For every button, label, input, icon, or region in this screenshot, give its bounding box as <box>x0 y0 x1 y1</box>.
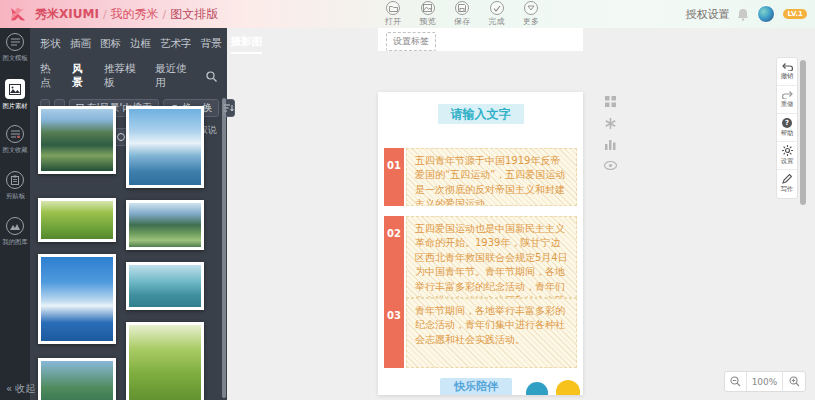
rail-item-image-assets[interactable]: 图片素材 <box>0 74 30 120</box>
photo-thumbnail[interactable] <box>38 254 116 344</box>
finish-button[interactable]: 完成 <box>482 1 512 27</box>
tab-backgrounds[interactable]: 背景 <box>201 37 222 54</box>
check-icon <box>490 1 504 15</box>
image-icon <box>5 79 25 99</box>
zoom-in-button[interactable] <box>783 372 805 391</box>
search-icon[interactable] <box>206 71 217 82</box>
brand-title: 秀米XIUMI <box>35 6 99 23</box>
tab-wordart[interactable]: 艺术字 <box>160 37 192 54</box>
mountain-icon <box>6 217 24 235</box>
zoom-out-button[interactable] <box>725 372 747 391</box>
photo-thumbnail[interactable] <box>126 262 204 310</box>
photo-thumbnail[interactable] <box>126 322 204 400</box>
numbered-paragraph-2[interactable]: 02 五四爱国运动也是中国新民主主义革命的开始。1939年，陕甘宁边区西北青年救… <box>384 216 577 298</box>
preview-icon <box>421 1 435 15</box>
number-badge: 01 <box>384 148 404 206</box>
xiumi-editor-window: 秀米XIUMI / 我的秀米 / 图文排版 打开 预览 保存 <box>0 0 815 400</box>
breadcrumb-separator: / <box>103 8 107 21</box>
tab-illustrations[interactable]: 插画 <box>70 37 91 54</box>
subtab-recent[interactable]: 最近使用 <box>155 62 193 90</box>
numbered-paragraph-1[interactable]: 01 五四青年节源于中国1919年反帝爱国的“五四运动”，五四爱国运动是一次彻底… <box>384 148 577 206</box>
paragraph-text: 五四爱国运动也是中国新民主主义革命的开始。1939年，陕甘宁边区西北青年救国联合… <box>406 216 577 298</box>
clipboard-icon <box>6 171 24 189</box>
settings-button[interactable]: 设置 <box>777 142 797 170</box>
rail-item-favorites[interactable]: 图文收藏 <box>0 120 30 166</box>
style-asterisk-button[interactable] <box>605 118 616 129</box>
auth-settings-link[interactable]: 授权设置 <box>685 7 729 22</box>
photo-thumbnail[interactable] <box>38 106 116 174</box>
subtab-recommended[interactable]: 推荐模板 <box>104 62 142 90</box>
photo-thumbnail[interactable] <box>126 200 204 250</box>
yellow-circle-decoration[interactable] <box>556 380 580 395</box>
zoom-controls: 100% <box>724 371 806 392</box>
more-button[interactable]: 更多 <box>516 1 546 27</box>
save-button[interactable]: 保存 <box>447 1 477 27</box>
layout-grid-button[interactable] <box>605 96 616 107</box>
xiumi-logo-icon[interactable] <box>8 4 28 24</box>
toolbar-actions: 打开 预览 保存 完成 更多 <box>378 1 546 27</box>
checkbox-circle-icon <box>117 133 125 141</box>
blue-circle-decoration[interactable] <box>526 382 548 395</box>
breadcrumb-my-xiumi[interactable]: 我的秀米 <box>111 6 159 23</box>
data-chart-button[interactable] <box>605 140 616 150</box>
canvas-side-tools <box>604 96 617 170</box>
panel-scrollbar[interactable] <box>222 98 226 398</box>
topbar-right: 授权设置 LV.1 <box>685 0 807 28</box>
breadcrumb-layout[interactable]: 图文排版 <box>170 6 218 23</box>
tab-shapes[interactable]: 形状 <box>40 37 61 54</box>
tab-photos[interactable]: 摄影图 <box>231 35 263 54</box>
asset-category-tabs: 形状 插画 图标 边框 艺术字 背景 摄影图 <box>30 28 227 54</box>
title-placeholder[interactable]: 请输入文字 <box>438 104 524 124</box>
level-badge: LV.1 <box>783 9 807 19</box>
number-badge: 02 <box>384 216 404 298</box>
number-badge: 03 <box>384 298 404 368</box>
canvas-header-strip: 设置标签 <box>378 28 583 51</box>
set-tags-button[interactable]: 设置标签 <box>386 32 436 51</box>
photo-thumbnail[interactable] <box>126 106 204 188</box>
rail-item-my-gallery[interactable]: 我的图库 <box>0 212 30 258</box>
template-lines-icon <box>6 33 24 51</box>
breadcrumb-separator: / <box>163 8 167 21</box>
chevron-left-icon: « <box>6 383 12 394</box>
question-icon: ? <box>782 118 792 128</box>
open-button[interactable]: 打开 <box>378 1 408 27</box>
triangle-down-icon <box>524 1 538 15</box>
subtab-hot[interactable]: 热点 <box>40 62 59 90</box>
collapse-panel-button[interactable]: « 收起 <box>6 382 35 396</box>
folder-icon <box>386 1 400 15</box>
favorites-doc-icon <box>6 125 24 143</box>
photo-thumbnail[interactable] <box>38 358 116 400</box>
main-scrollbar-thumb[interactable] <box>800 60 806 205</box>
pencil-icon <box>782 174 792 184</box>
paragraph-text: 青年节期间，各地举行丰富多彩的纪念活动，青年们集中进行各种社会志愿和社会实践活动… <box>406 298 577 368</box>
tab-icons[interactable]: 图标 <box>100 37 121 54</box>
rail-item-clipboard[interactable]: 剪贴板 <box>0 166 30 212</box>
undo-button[interactable]: 撤销 <box>777 58 797 86</box>
bell-icon[interactable] <box>737 8 749 21</box>
preview-eye-button[interactable] <box>604 161 617 170</box>
redo-arrow-icon <box>782 91 793 99</box>
footer-label[interactable]: 快乐陪伴 <box>440 378 512 395</box>
tab-borders[interactable]: 边框 <box>130 37 151 54</box>
zoom-level: 100% <box>747 372 783 391</box>
user-avatar[interactable] <box>757 5 775 23</box>
photo-thumbnail[interactable] <box>38 198 116 242</box>
gear-icon <box>782 145 793 156</box>
undo-arrow-icon <box>782 63 793 71</box>
preview-button[interactable]: 预览 <box>413 1 443 27</box>
write-button[interactable]: 写作 <box>777 170 797 198</box>
redo-button[interactable]: 重做 <box>777 86 797 114</box>
floppy-icon <box>455 1 469 15</box>
numbered-paragraph-3[interactable]: 03 青年节期间，各地举行丰富多彩的纪念活动，青年们集中进行各种社会志愿和社会实… <box>384 298 577 368</box>
rail-item-templates[interactable]: 图文模板 <box>0 28 30 74</box>
left-rail: 图文模板 图片素材 图文收藏 剪贴板 我的图库 <box>0 28 30 400</box>
topbar: 秀米XIUMI / 我的秀米 / 图文排版 打开 预览 保存 <box>0 0 815 28</box>
subtab-scenery[interactable]: 风景 <box>72 62 91 90</box>
paragraph-text: 五四青年节源于中国1919年反帝爱国的“五四运动”，五四爱国运动是一次彻底的反对… <box>406 148 577 206</box>
photo-subtabs: 热点 风景 推荐模板 最近使用 <box>30 54 227 90</box>
edit-tools-panel: 撤销 重做 ? 帮助 设置 写作 <box>776 57 798 199</box>
help-button[interactable]: ? 帮助 <box>777 114 797 142</box>
article-page: 请输入文字 01 五四青年节源于中国1919年反帝爱国的“五四运动”，五四爱国运… <box>378 92 583 395</box>
